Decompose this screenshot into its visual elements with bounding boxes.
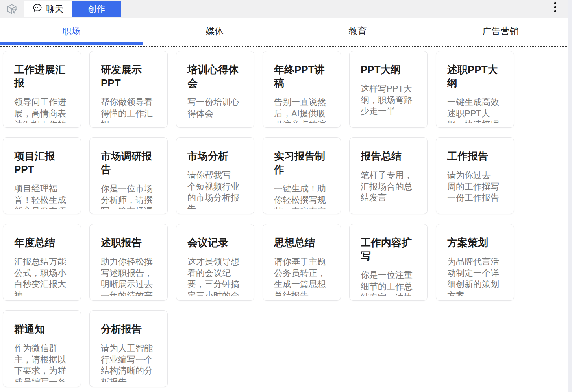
category-tab-label: 广告营销: [482, 25, 518, 37]
prompt-card[interactable]: 分析报告 请为人工智能行业编写一个结构清晰的分析报告: [89, 310, 168, 387]
tab-chat[interactable]: 聊天: [24, 1, 72, 17]
card-content-clip: 思想总结 请你基于主题公务员转正，生成一篇思想总结报告: [274, 236, 330, 296]
app-logo-cube-icon: [5, 2, 19, 16]
card-content-clip: 年度总结 汇报总结万能公式，职场小白秒变汇报大神: [14, 236, 70, 296]
prompt-card[interactable]: 年终PPT讲稿 告别一直说然后，AI提供吸引注意点的演讲稿: [263, 51, 341, 128]
category-tab[interactable]: 教育: [286, 18, 429, 46]
card-title: 年度总结: [14, 236, 70, 249]
card-content-clip: 研发展示PPT 帮你做领导看得懂的工作汇报: [101, 63, 157, 123]
active-tab-underline: [0, 42, 143, 45]
card-description: 帮你做领导看得懂的工作汇报: [101, 97, 157, 123]
card-description: 作为微信群主，请根据以下要求，为群成员编写一条通知: [14, 343, 70, 382]
card-title: 群通知: [14, 322, 70, 336]
prompt-card[interactable]: 年度总结 汇报总结万能公式，职场小白秒变汇报大神: [3, 224, 81, 301]
category-tab[interactable]: 职场: [0, 18, 143, 46]
card-content-clip: 工作内容扩写 你是一位注重细节的工作总结专家，请协助扩写: [361, 236, 417, 296]
category-tab-label: 教育: [348, 25, 367, 37]
tab-create-label: 创作: [88, 3, 105, 15]
card-description: 请你基于主题公务员转正，生成一篇思想总结报告: [274, 256, 330, 296]
card-content-clip: 培训心得体会 写一份培训心得体会: [187, 63, 243, 123]
card-description: 汇报总结万能公式，职场小白秒变汇报大神: [14, 256, 70, 296]
prompt-card[interactable]: 市场分析 请你帮我写一个短视频行业的市场分析报告: [176, 137, 254, 214]
prompt-card[interactable]: 群通知 作为微信群主，请根据以下要求，为群成员编写一条通知: [3, 310, 81, 387]
prompt-card[interactable]: 项目汇报PPT 项目经理福音！轻松生成新产品发布项目汇报: [3, 137, 81, 214]
card-title: 方案策划: [447, 236, 503, 249]
card-description: 请为你过去一周的工作撰写一份工作报告: [447, 170, 503, 204]
card-description: 项目经理福音！轻松生成新产品发布项目汇报: [14, 183, 70, 209]
card-description: 为品牌代言活动制定一个详细创新的策划方案: [447, 256, 503, 296]
card-content-clip: 市场调研报告 你是一位市场分析师，请撰写一篇市场调研报告: [101, 149, 157, 209]
card-title: 工作报告: [447, 149, 503, 163]
card-description: 你是一位注重细节的工作总结专家，请协助扩写: [361, 270, 417, 296]
card-content-clip: 述职报告 助力你轻松撰写述职报告，明晰展示过去一年的绩效亮点: [101, 236, 157, 296]
card-title: 工作内容扩写: [361, 236, 417, 263]
prompt-card[interactable]: 市场调研报告 你是一位市场分析师，请撰写一篇市场调研报告: [89, 137, 168, 214]
prompt-card[interactable]: 工作内容扩写 你是一位注重细节的工作总结专家，请协助扩写: [349, 224, 428, 301]
card-content-clip: 工作报告 请为你过去一周的工作撰写一份工作报告: [447, 149, 503, 209]
card-description: 这样写PPT大纲，职场弯路少走一半: [361, 83, 417, 117]
card-title: 述职报告: [101, 236, 157, 249]
card-content-clip: 实习报告制作 一键生成！助你轻松撰写规范、内容充实的实习报告: [274, 149, 330, 209]
category-tab-label: 职场: [63, 25, 81, 37]
chat-bubble-icon: [32, 3, 43, 15]
prompt-card[interactable]: 工作进展汇报 领导问工作进展，高情商表达汇报工作的好: [3, 51, 81, 128]
card-content-clip: 项目汇报PPT 项目经理福音！轻松生成新产品发布项目汇报: [14, 149, 70, 209]
card-title: 会议记录: [187, 236, 243, 249]
card-description: 这才是领导想看的会议纪要，三分钟搞定三小时的会议: [187, 256, 243, 296]
card-title: 研发展示PPT: [101, 63, 157, 90]
card-description: 请为人工智能行业编写一个结构清晰的分析报告: [101, 343, 157, 382]
card-content-clip: 会议记录 这才是领导想看的会议纪要，三分钟搞定三小时的会议: [187, 236, 243, 296]
category-tab-label: 媒体: [205, 25, 224, 37]
card-description: 你是一位市场分析师，请撰写一篇市场调研报告: [101, 183, 157, 209]
mode-tab-group: 聊天 创作: [24, 1, 121, 17]
card-description: 一键生成高效述职PPT大纲，快速梳理重点: [447, 97, 503, 123]
prompt-card[interactable]: 方案策划 为品牌代言活动制定一个详细创新的策划方案: [436, 224, 514, 301]
card-description: 笔杆子专用，汇报场合的总结发言: [361, 170, 417, 204]
card-title: 报告总结: [361, 149, 417, 163]
prompt-card[interactable]: 报告总结 笔杆子专用，汇报场合的总结发言: [349, 137, 428, 214]
card-description: 请你帮我写一个短视频行业的市场分析报告: [187, 170, 243, 209]
card-content-clip: 分析报告 请为人工智能行业编写一个结构清晰的分析报告: [101, 322, 157, 382]
prompt-card[interactable]: 述职报告 助力你轻松撰写述职报告，明晰展示过去一年的绩效亮点: [89, 224, 168, 301]
prompt-card[interactable]: PPT大纲 这样写PPT大纲，职场弯路少走一半: [349, 51, 428, 128]
card-title: 市场分析: [187, 149, 243, 163]
card-description: 领导问工作进展，高情商表达汇报工作的好: [14, 97, 70, 123]
card-title: 思想总结: [274, 236, 330, 249]
card-description: 写一份培训心得体会: [187, 97, 243, 119]
top-bar: 聊天 创作: [0, 0, 572, 18]
prompt-card[interactable]: 研发展示PPT 帮你做领导看得懂的工作汇报: [89, 51, 168, 128]
tab-create[interactable]: 创作: [72, 1, 121, 17]
prompt-card[interactable]: 述职PPT大纲 一键生成高效述职PPT大纲，快速梳理重点: [436, 51, 514, 128]
prompt-card[interactable]: 实习报告制作 一键生成！助你轻松撰写规范、内容充实的实习报告: [263, 137, 341, 214]
card-title: 年终PPT讲稿: [274, 63, 330, 90]
card-content-clip: 报告总结 笔杆子专用，汇报场合的总结发言: [361, 149, 417, 209]
prompt-card[interactable]: 思想总结 请你基于主题公务员转正，生成一篇思想总结报告: [263, 224, 341, 301]
card-content-clip: 群通知 作为微信群主，请根据以下要求，为群成员编写一条通知: [14, 322, 70, 382]
card-content-clip: 工作进展汇报 领导问工作进展，高情商表达汇报工作的好: [14, 63, 70, 123]
category-tab[interactable]: 广告营销: [429, 18, 572, 46]
prompt-card[interactable]: 工作报告 请为你过去一周的工作撰写一份工作报告: [436, 137, 514, 214]
prompt-card-grid: 工作进展汇报 领导问工作进展，高情商表达汇报工作的好 研发展示PPT 帮你做领导…: [3, 51, 568, 387]
card-content-clip: 述职PPT大纲 一键生成高效述职PPT大纲，快速梳理重点: [447, 63, 503, 123]
category-tab[interactable]: 媒体: [143, 18, 286, 46]
scrollbar[interactable]: [568, 0, 572, 392]
card-title: 实习报告制作: [274, 149, 330, 176]
card-description: 助力你轻松撰写述职报告，明晰展示过去一年的绩效亮点: [101, 256, 157, 296]
card-title: 分析报告: [101, 322, 157, 336]
card-title: PPT大纲: [361, 63, 417, 76]
card-title: 市场调研报告: [101, 149, 157, 176]
prompt-card[interactable]: 会议记录 这才是领导想看的会议纪要，三分钟搞定三小时的会议: [176, 224, 254, 301]
card-description: 一键生成！助你轻松撰写规范、内容充实的实习报告: [274, 183, 330, 209]
category-tab-bar: 职场 媒体 教育 广告营销: [0, 18, 572, 46]
card-title: 项目汇报PPT: [14, 149, 70, 176]
card-title: 培训心得体会: [187, 63, 243, 90]
card-content-clip: PPT大纲 这样写PPT大纲，职场弯路少走一半: [361, 63, 417, 123]
card-title: 述职PPT大纲: [447, 63, 503, 90]
card-title: 工作进展汇报: [14, 63, 70, 90]
prompt-card[interactable]: 培训心得体会 写一份培训心得体会: [176, 51, 254, 128]
card-content-clip: 方案策划 为品牌代言活动制定一个详细创新的策划方案: [447, 236, 503, 296]
more-menu-icon[interactable]: [552, 2, 559, 14]
tab-chat-label: 聊天: [46, 3, 63, 15]
create-panel: 工作进展汇报 领导问工作进展，高情商表达汇报工作的好 研发展示PPT 帮你做领导…: [0, 46, 568, 392]
card-content-clip: 市场分析 请你帮我写一个短视频行业的市场分析报告: [187, 149, 243, 209]
